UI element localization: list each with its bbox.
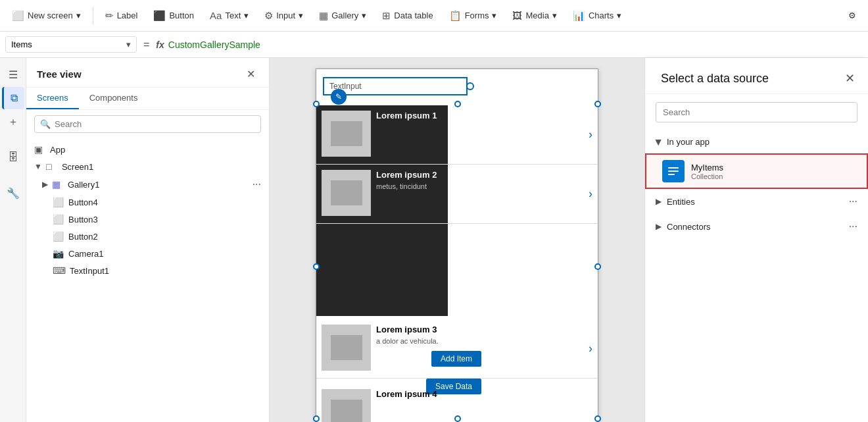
tab-screens[interactable]: Screens — [26, 88, 79, 109]
gallery-item-1-title: Lorem ipsum 1 — [376, 111, 583, 120]
ds-item-myitems[interactable]: MyItems Collection — [645, 153, 868, 189]
myitems-name: MyItems — [691, 163, 723, 172]
tree-panel-header: Tree view ✕ — [26, 58, 269, 88]
gallery-item-3: Lorem ipsum 3 a dolor ac vehicula. › — [316, 319, 598, 379]
gallery-item-1: Lorem ipsum 1 › — [316, 105, 598, 165]
tab-components-label: Components — [89, 93, 138, 103]
button2-label: Button2 — [68, 232, 261, 242]
fx-label: fx — [156, 40, 164, 50]
tab-screens-label: Screens — [37, 93, 68, 103]
tab-components[interactable]: Components — [79, 88, 149, 109]
svg-rect-1 — [668, 171, 679, 172]
charts-button[interactable]: 📊 Charts ▾ — [566, 6, 628, 26]
ds-header: Select a data source ✕ — [645, 58, 868, 94]
label-button[interactable]: ✏ Label — [99, 6, 145, 26]
ds-section-entities-header[interactable]: ▶ Entities ··· — [645, 189, 868, 214]
sidebar-layers-btn[interactable]: ⧉ — [2, 87, 24, 109]
button3-label: Button3 — [68, 215, 261, 224]
gallery1-chevron-icon: ▶ — [42, 180, 48, 189]
property-dropdown[interactable]: Items ▾ — [5, 36, 137, 53]
tree-item-screen1[interactable]: ▼ □ Screen1 — [26, 158, 269, 175]
handle-right — [466, 82, 474, 90]
ds-section-in-your-app-header[interactable]: ▶ In your app — [645, 130, 868, 153]
app-label: App — [50, 145, 261, 155]
ds-search-input[interactable] — [656, 102, 857, 122]
text-icon: Aa — [210, 10, 222, 21]
data-table-button[interactable]: ⊞ Data table — [375, 6, 439, 26]
search-icon: 🔍 — [40, 119, 51, 129]
camera1-label: Camera1 — [68, 249, 261, 259]
input-button[interactable]: ⚙ Input ▾ — [258, 6, 310, 26]
gallery1-icon: ▦ — [52, 179, 64, 190]
data-table-label: Data table — [394, 11, 433, 20]
myitems-info: MyItems Collection — [691, 163, 723, 180]
ds-section-entities: ▶ Entities ··· — [645, 189, 868, 214]
tree-item-gallery1[interactable]: ▶ ▦ Gallery1 ··· — [26, 175, 269, 194]
text-label: Text — [225, 11, 241, 20]
gallery-img-placeholder-3 — [331, 335, 362, 360]
settings-button[interactable]: ⚙ — [842, 7, 863, 24]
button-button[interactable]: ⬛ Button — [147, 6, 201, 26]
gallery-chevron-2: › — [589, 187, 592, 201]
chevron-down-icon: ▾ — [76, 11, 81, 20]
tree-item-textinput1[interactable]: ⌨ TextInput1 — [26, 262, 269, 279]
ds-title: Select a data source — [661, 72, 769, 86]
entities-more-icon[interactable]: ··· — [849, 196, 857, 207]
main-layout: ☰ ⧉ ＋ 🗄 🔧 Tree view ✕ Screens Components… — [0, 58, 868, 422]
tree-item-camera1[interactable]: 📷 Camera1 — [26, 245, 269, 262]
sidebar-hamburger-btn[interactable]: ☰ — [2, 63, 24, 86]
new-screen-button[interactable]: ⬜ New screen ▾ — [5, 6, 87, 26]
gallery1-more-icon[interactable]: ··· — [253, 178, 261, 190]
handle-tr — [594, 101, 601, 107]
tree-panel: Tree view ✕ Screens Components 🔍 ▣ App ▼ — [26, 58, 270, 422]
gallery-chevron-1: › — [589, 128, 592, 142]
gallery-item-2-text: Lorem ipsum 2 metus, tincidunt — [376, 170, 583, 190]
entities-chevron-icon: ▶ — [656, 197, 662, 206]
button4-icon: ⬜ — [53, 197, 64, 207]
gallery-img-3 — [322, 325, 371, 371]
forms-button[interactable]: 📋 Forms ▾ — [443, 6, 504, 26]
gallery-button[interactable]: ▦ Gallery ▾ — [312, 6, 373, 26]
gallery-item-3-desc: a dolor ac vehicula. — [376, 337, 583, 345]
tree-item-button3[interactable]: ⬜ Button3 — [26, 211, 269, 228]
connectors-chevron-icon: ▶ — [656, 222, 662, 231]
screen1-icon: □ — [46, 161, 58, 172]
add-item-button[interactable]: Add Item — [431, 351, 481, 367]
charts-icon: 📊 — [573, 10, 585, 22]
tree-panel-close-button[interactable]: ✕ — [243, 66, 258, 82]
gallery-icon: ▦ — [319, 10, 328, 22]
sidebar-tools-btn[interactable]: 🔧 — [2, 182, 24, 204]
gallery-item-4-text: Lorem ipsum 4 — [376, 389, 592, 402]
tree-panel-title: Tree view — [37, 68, 82, 80]
top-toolbar: ⬜ New screen ▾ ✏ Label ⬛ Button Aa Text … — [0, 0, 868, 32]
media-button[interactable]: 🖼 Media ▾ — [506, 6, 563, 25]
gallery-img-placeholder-4 — [331, 400, 362, 422]
tree-search-container: 🔍 — [34, 115, 261, 133]
ds-close-button[interactable]: ✕ — [845, 71, 855, 86]
tree-item-button2[interactable]: ⬜ Button2 — [26, 228, 269, 245]
forms-chevron-icon: ▾ — [492, 11, 496, 20]
charts-label: Charts — [589, 11, 614, 20]
property-chevron-icon: ▾ — [126, 40, 131, 49]
tree-search-input[interactable] — [55, 119, 255, 129]
separator — [93, 7, 93, 25]
sidebar-icons: ☰ ⧉ ＋ 🗄 🔧 — [0, 58, 26, 422]
data-table-icon: ⊞ — [382, 10, 391, 22]
property-name: Items — [11, 40, 32, 49]
canvas-frame: TextInput ✎ Lorem ipsum 1 › — [316, 68, 598, 422]
canvas-edit-button[interactable]: ✎ — [331, 89, 347, 105]
handle-bc — [454, 415, 461, 422]
sidebar-database-btn[interactable]: 🗄 — [2, 146, 24, 169]
gallery-item-3-text: Lorem ipsum 3 a dolor ac vehicula. — [376, 325, 583, 345]
sidebar-plus-btn[interactable]: ＋ — [2, 111, 24, 133]
tree-item-app[interactable]: ▣ App — [26, 141, 269, 158]
gallery-label: Gallery — [331, 11, 358, 20]
tree-item-button4[interactable]: ⬜ Button4 — [26, 194, 269, 211]
connectors-more-icon[interactable]: ··· — [849, 221, 857, 232]
text-button[interactable]: Aa Text ▾ — [203, 6, 255, 25]
text-chevron-icon: ▾ — [244, 11, 249, 20]
handle-bl — [313, 415, 320, 422]
handle-tc — [454, 101, 461, 107]
gallery-item-4-title: Lorem ipsum 4 — [376, 389, 592, 399]
ds-section-connectors-header[interactable]: ▶ Connectors ··· — [645, 214, 868, 239]
